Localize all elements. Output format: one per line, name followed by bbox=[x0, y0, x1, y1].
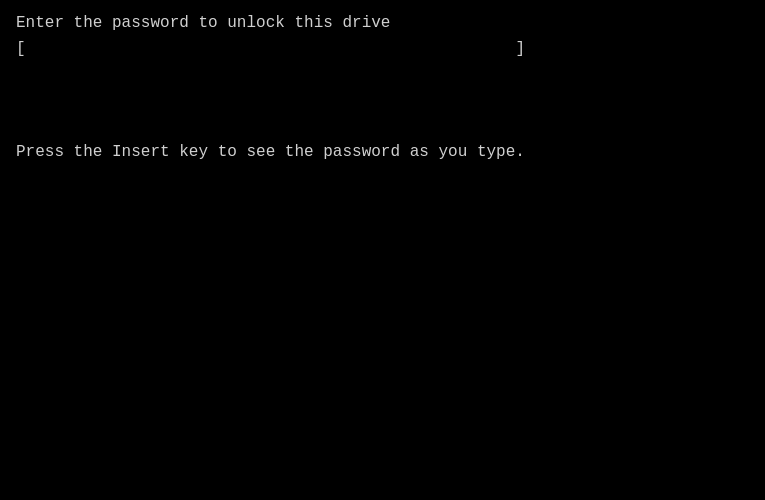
password-input-line[interactable]: [ ] bbox=[16, 38, 749, 60]
bracket-left: [ bbox=[16, 38, 26, 60]
password-input[interactable] bbox=[26, 41, 516, 59]
terminal-screen: Enter the password to unlock this drive … bbox=[0, 0, 765, 500]
hint-text: Press the Insert key to see the password… bbox=[16, 141, 749, 163]
prompt-label: Enter the password to unlock this drive bbox=[16, 12, 749, 34]
bracket-right: ] bbox=[516, 38, 526, 60]
